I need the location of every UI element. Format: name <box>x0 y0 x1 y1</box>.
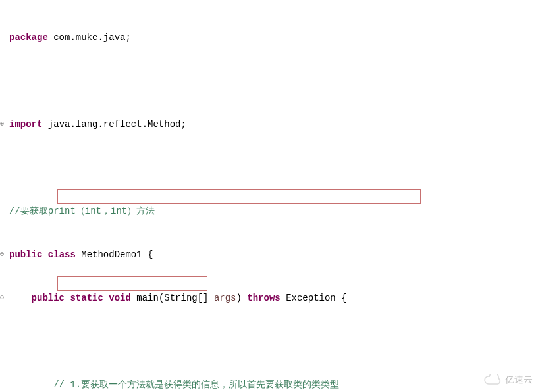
keyword-static: static <box>70 293 103 303</box>
code-line: package com.muke.java; <box>9 30 538 45</box>
code-line: //要获取print（int，int）方法 <box>9 204 538 218</box>
code-line <box>9 74 538 88</box>
keyword-public: public <box>32 293 65 303</box>
keyword-package: package <box>9 32 48 43</box>
code-editor[interactable]: package com.muke.java; ⊕import java.lang… <box>0 0 538 392</box>
fold-icon[interactable]: ⊖ <box>0 247 7 262</box>
param-args: args <box>214 293 236 303</box>
keyword-public: public <box>9 249 42 260</box>
watermark: 亿速云 <box>484 372 533 387</box>
package-path: com.muke.java; <box>48 32 131 43</box>
highlight-box-invoke <box>57 276 207 291</box>
paren-close: ) <box>236 293 248 303</box>
code-line: // 1.要获取一个方法就是获得类的信息，所以首先要获取类的类类型 <box>9 378 538 392</box>
code-line: ⊖public class MethodDemo1 { <box>9 247 538 262</box>
keyword-import: import <box>9 119 42 130</box>
indent <box>9 293 32 303</box>
comment: // 1.要获取一个方法就是获得类的信息，所以首先要获取类的类类型 <box>9 380 339 390</box>
import-path: java.lang.reflect.Method; <box>42 119 186 130</box>
class-name: MethodDemo1 { <box>76 249 153 260</box>
highlight-box-getmethod <box>57 189 421 204</box>
keyword-throws: throws <box>247 293 280 303</box>
keyword-class: class <box>48 249 76 260</box>
fold-icon[interactable]: ⊖ <box>0 291 7 305</box>
code-line: ⊖ public static void main(String[] args)… <box>9 291 538 305</box>
comment: //要获取print（int，int）方法 <box>9 206 155 216</box>
cloud-icon <box>484 374 502 385</box>
method-sig: main(String[] <box>131 293 214 303</box>
throws-list: Exception { <box>281 293 347 303</box>
watermark-text: 亿速云 <box>505 372 533 387</box>
code-line <box>9 334 538 349</box>
code-line: ⊕import java.lang.reflect.Method; <box>9 117 538 132</box>
keyword-void: void <box>109 293 131 303</box>
fold-icon[interactable]: ⊕ <box>0 117 7 132</box>
code-line <box>9 160 538 175</box>
